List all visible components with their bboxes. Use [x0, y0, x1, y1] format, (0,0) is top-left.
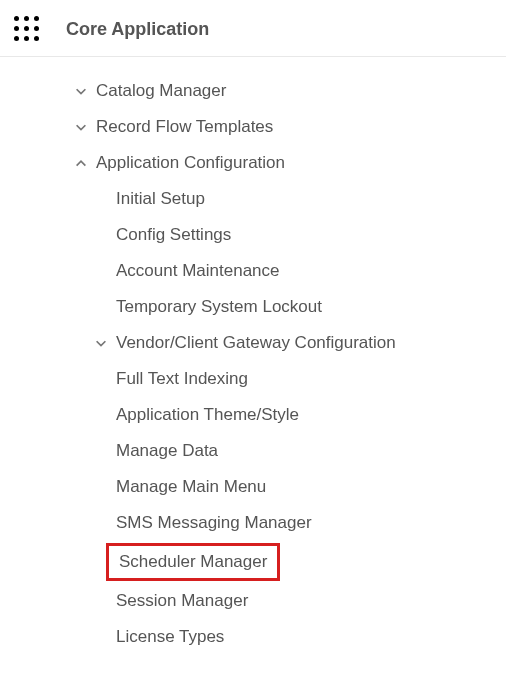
tree-item-record-flow-templates[interactable]: Record Flow Templates	[0, 109, 506, 145]
tree-item-account-maintenance[interactable]: Account Maintenance	[0, 253, 506, 289]
chevron-down-icon	[66, 84, 96, 98]
apps-grid-icon[interactable]	[14, 16, 40, 42]
chevron-down-icon	[66, 120, 96, 134]
tree-item-full-text-indexing[interactable]: Full Text Indexing	[0, 361, 506, 397]
tree-item-label: Application Configuration	[96, 153, 285, 173]
tree-item-catalog-manager[interactable]: Catalog Manager	[0, 73, 506, 109]
tree-item-label: Temporary System Lockout	[116, 297, 322, 317]
tree-item-label: Application Theme/Style	[116, 405, 299, 425]
tree-item-application-configuration[interactable]: Application Configuration	[0, 145, 506, 181]
tree-item-config-settings[interactable]: Config Settings	[0, 217, 506, 253]
tree-item-label: Manage Main Menu	[116, 477, 266, 497]
tree-item-label: Manage Data	[116, 441, 218, 461]
tree-item-label: SMS Messaging Manager	[116, 513, 312, 533]
tree-item-sms-messaging-manager[interactable]: SMS Messaging Manager	[0, 505, 506, 541]
tree-item-label: Initial Setup	[116, 189, 205, 209]
tree-item-label: Catalog Manager	[96, 81, 226, 101]
page-title: Core Application	[66, 19, 209, 40]
navigation-tree: Catalog Manager Record Flow Templates Ap…	[0, 57, 506, 655]
tree-item-label: License Types	[116, 627, 224, 647]
tree-item-application-theme-style[interactable]: Application Theme/Style	[0, 397, 506, 433]
tree-item-license-types[interactable]: License Types	[0, 619, 506, 655]
tree-item-label: Account Maintenance	[116, 261, 280, 281]
header: Core Application	[0, 0, 506, 57]
tree-item-label: Full Text Indexing	[116, 369, 248, 389]
tree-item-initial-setup[interactable]: Initial Setup	[0, 181, 506, 217]
tree-item-scheduler-manager-highlighted[interactable]: Scheduler Manager	[106, 543, 280, 581]
tree-item-manage-main-menu[interactable]: Manage Main Menu	[0, 469, 506, 505]
chevron-up-icon	[66, 156, 96, 170]
tree-item-label: Vendor/Client Gateway Configuration	[116, 333, 396, 353]
tree-item-label: Config Settings	[116, 225, 231, 245]
tree-item-session-manager[interactable]: Session Manager	[0, 583, 506, 619]
tree-item-vendor-client-gateway[interactable]: Vendor/Client Gateway Configuration	[0, 325, 506, 361]
tree-item-temporary-system-lockout[interactable]: Temporary System Lockout	[0, 289, 506, 325]
tree-item-label: Record Flow Templates	[96, 117, 273, 137]
tree-item-label: Scheduler Manager	[119, 552, 267, 571]
tree-item-manage-data[interactable]: Manage Data	[0, 433, 506, 469]
chevron-down-icon	[86, 336, 116, 350]
tree-item-label: Session Manager	[116, 591, 248, 611]
